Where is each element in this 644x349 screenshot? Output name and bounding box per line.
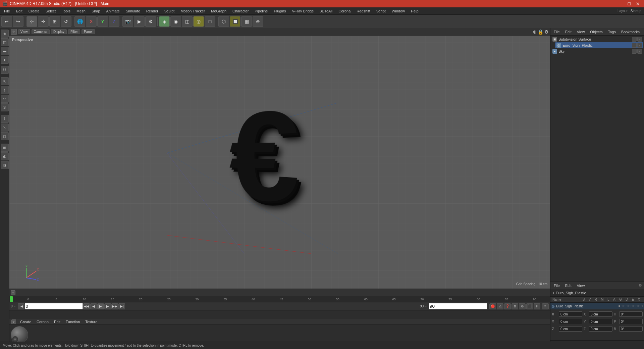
material-corner-button[interactable]: ⊹ <box>11 319 16 324</box>
gouraud-shading-button[interactable]: ◈ <box>159 16 170 27</box>
z-axis-button[interactable]: Z <box>109 16 119 27</box>
sidebar-mode-object[interactable]: ◈ <box>1 30 9 38</box>
viewport-panel-menu[interactable]: Panel <box>82 29 95 34</box>
viewport[interactable]: € Perspective Grid Spacing : 10 cm X Y Z <box>9 36 550 289</box>
timeline-settings-button[interactable]: ≡ <box>542 303 549 309</box>
viewport-maximize-icon[interactable]: ⊕ <box>533 29 537 35</box>
viewport-lock-icon[interactable]: 🔒 <box>538 29 543 35</box>
menu-corona[interactable]: Corona <box>336 8 353 14</box>
viewport-filter-menu[interactable]: Filter <box>68 29 80 34</box>
menu-simulate[interactable]: Simulate <box>123 8 143 14</box>
keyframe-add-button[interactable]: ⊕ <box>512 303 518 309</box>
sidebar-tool-10[interactable]: ◑ <box>1 161 9 169</box>
live-select-button[interactable]: ⊹ <box>26 16 37 27</box>
lines-button[interactable]: ◫ <box>182 16 193 27</box>
obj-toggle-green-2[interactable] <box>632 43 637 48</box>
sidebar-mode-polygon[interactable]: ◫ <box>1 38 9 46</box>
menu-sculpt[interactable]: Sculpt <box>162 8 177 14</box>
menu-character[interactable]: Character <box>230 8 251 14</box>
obj-toggle-green-1[interactable] <box>632 37 637 42</box>
sidebar-tool-4[interactable]: S <box>1 103 9 111</box>
viewport-display-menu[interactable]: Display <box>51 29 67 34</box>
menu-3dtoall[interactable]: 3DToAll <box>317 8 335 14</box>
attr-input-z2[interactable] <box>589 326 612 332</box>
end-frame-input[interactable] <box>429 303 487 309</box>
obj-toggle-green-3[interactable] <box>632 49 637 54</box>
menu-script[interactable]: Script <box>374 8 388 14</box>
menu-file[interactable]: File <box>1 8 13 14</box>
menu-select[interactable]: Select <box>43 8 59 14</box>
menu-redshift[interactable]: Redshift <box>354 8 373 14</box>
obj-header-bookmarks[interactable]: Bookmarks <box>620 30 641 34</box>
viewport-view-menu[interactable]: View <box>18 29 30 34</box>
world-axis-button[interactable]: 🌐 <box>74 16 85 27</box>
viewport-settings-icon[interactable]: ⚙ <box>544 29 549 35</box>
obj-item-subdivision[interactable]: ▣ Subdivision Surface · <box>551 36 643 42</box>
layout-dropdown[interactable]: Startup <box>631 9 641 13</box>
obj-item-euro[interactable]: ◎ Euro_Sigh_Plastic · <box>555 42 643 48</box>
record-button[interactable]: ❓ <box>504 303 511 309</box>
workplane-button[interactable]: ▦ <box>241 16 252 27</box>
obj-header-objects[interactable]: Objects <box>589 30 604 34</box>
keyframe-circle-button[interactable]: ⊙ <box>519 303 526 309</box>
rotate-button[interactable]: ↺ <box>61 16 71 27</box>
motion-path-button[interactable]: P <box>534 303 540 309</box>
sidebar-tool-7[interactable]: ◻ <box>1 132 9 140</box>
menu-mesh[interactable]: Mesh <box>74 8 88 14</box>
x-axis-button[interactable]: X <box>86 16 97 27</box>
menu-mograph[interactable]: MoGraph <box>208 8 229 14</box>
sidebar-mode-uvw[interactable]: U <box>1 66 9 74</box>
sidebar-tool-2[interactable]: ⊹ <box>1 86 9 94</box>
timeline-corner-button[interactable]: ⊹ <box>11 290 15 295</box>
mat-menu-edit[interactable]: Edit <box>53 319 62 325</box>
sidebar-tool-1[interactable]: ↖ <box>1 77 9 85</box>
attr-input-y2[interactable] <box>589 319 612 324</box>
attr-settings-icon[interactable]: ⚙ <box>639 283 642 288</box>
play-back-step-button[interactable]: ◀ <box>90 303 97 309</box>
menu-pipeline[interactable]: Pipeline <box>252 8 270 14</box>
sidebar-tool-6[interactable]: ⋱ <box>1 123 9 132</box>
scale-button[interactable]: ⊞ <box>49 16 60 27</box>
box-button[interactable]: □ <box>205 16 215 27</box>
autokey-button[interactable]: ⚠ <box>497 303 503 309</box>
keyframe-prev-button[interactable]: |◀ <box>18 303 24 309</box>
obj-toggle-dot-2[interactable]: · <box>637 43 642 48</box>
texture-mode-button[interactable]: 🔲 <box>230 16 240 27</box>
keyframe-next-button[interactable]: ▶| <box>118 303 125 309</box>
menu-create[interactable]: Create <box>26 8 42 14</box>
sidebar-tool-3[interactable]: ↩ <box>1 95 9 103</box>
redo-button[interactable]: ↪ <box>13 16 23 27</box>
obj-header-file[interactable]: File <box>552 30 561 34</box>
material-preview[interactable]: M <box>11 326 28 344</box>
maximize-button[interactable]: □ <box>627 1 632 6</box>
sidebar-tool-8[interactable]: ⊞ <box>1 144 9 152</box>
obj-toggle-dot-1[interactable]: · <box>637 37 642 42</box>
sidebar-mode-edge[interactable]: ▬ <box>1 47 9 55</box>
menu-plugins[interactable]: Plugins <box>271 8 288 14</box>
snap-button[interactable]: ⊕ <box>253 16 263 27</box>
obj-header-view[interactable]: View <box>576 30 586 34</box>
viewport-corner-button[interactable]: ⊹ <box>11 29 17 35</box>
render-region-button[interactable]: 📷 <box>122 16 133 27</box>
viewport-cameras-menu[interactable]: Cameras <box>32 29 50 34</box>
mat-menu-create[interactable]: Create <box>19 319 33 325</box>
sidebar-tool-9[interactable]: ◐ <box>1 152 9 160</box>
attr-input-p[interactable] <box>619 319 643 324</box>
menu-motiontracker[interactable]: Motion Tracker <box>178 8 208 14</box>
mat-menu-function[interactable]: Function <box>64 319 81 325</box>
object-mode-button[interactable]: ⬡ <box>218 16 229 27</box>
obj-header-tags[interactable]: Tags <box>607 30 617 34</box>
obj-item-sky[interactable]: ● Sky · <box>551 48 643 54</box>
play-back-button[interactable]: ◀◀ <box>83 303 90 309</box>
mat-menu-corona[interactable]: Corona <box>35 319 50 325</box>
close-button[interactable]: ✕ <box>635 1 641 6</box>
attr-input-z[interactable] <box>559 326 582 332</box>
menu-help[interactable]: Help <box>408 8 421 14</box>
minimize-button[interactable]: ─ <box>618 1 624 6</box>
obj-header-edit[interactable]: Edit <box>564 30 573 34</box>
menu-window[interactable]: Window <box>389 8 408 14</box>
wireframe-button[interactable]: ◉ <box>170 16 181 27</box>
attr-input-x2[interactable] <box>589 311 612 317</box>
menu-tools[interactable]: Tools <box>59 8 73 14</box>
render-view-button[interactable]: ▶ <box>134 16 145 27</box>
